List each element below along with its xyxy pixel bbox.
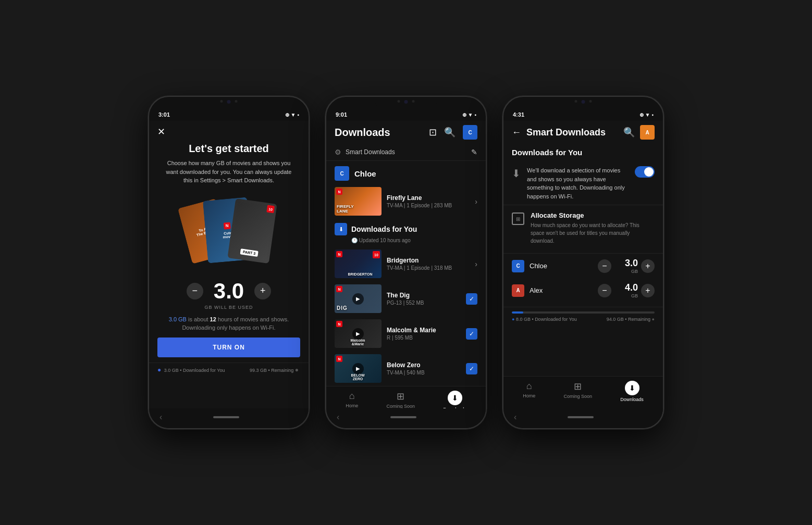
time-1: 3:01 bbox=[158, 111, 170, 118]
thumbnail-marie: N ▶ Malcolm&Marie bbox=[335, 319, 382, 348]
title-dig: The Dig bbox=[387, 292, 461, 299]
nav-home-label-2: Home bbox=[346, 403, 358, 408]
storage-remaining: 99.3 GB • Remaining ● bbox=[250, 366, 300, 373]
cast-icon[interactable]: ⊡ bbox=[429, 127, 437, 138]
wifi-icon-3: ▼ bbox=[645, 112, 650, 118]
close-button[interactable]: ✕ bbox=[157, 126, 165, 138]
gb-label-alex: GB bbox=[614, 293, 638, 298]
action-zero[interactable]: ✓ bbox=[466, 363, 477, 374]
nav-coming-3[interactable]: ⊞ Coming Soon bbox=[563, 381, 592, 402]
increase-button[interactable]: + bbox=[254, 283, 271, 299]
value-chloe: 3.0 GB bbox=[614, 258, 638, 274]
downloads-icon-3: ⬇ bbox=[625, 381, 639, 395]
phone-bottom-3: ‹ bbox=[503, 408, 663, 428]
search-icon[interactable]: 🔍 bbox=[444, 127, 456, 138]
profile-row: C Chloe bbox=[335, 166, 477, 181]
edit-icon[interactable]: ✎ bbox=[471, 148, 477, 156]
download-item-firefly[interactable]: N FIREFLYLANE Firefly Lane TV-MA | 1 Epi… bbox=[326, 184, 486, 219]
netflix-badge-dig: N bbox=[336, 286, 342, 292]
status-icons-1: ⊕ ▼ ▪ bbox=[285, 112, 299, 118]
time-3: 4:31 bbox=[513, 111, 524, 118]
download-feature-icon: ⬇ bbox=[512, 167, 521, 180]
download-item-dig[interactable]: N ▶ DIG The Dig PG-13 | 552 MB ✓ bbox=[326, 281, 486, 316]
meta-marie: R | 595 MB bbox=[387, 335, 461, 341]
home-icon-3: ⌂ bbox=[526, 381, 532, 392]
action-dig[interactable]: ✓ bbox=[466, 293, 477, 305]
profile-section: C Chloe bbox=[326, 161, 486, 184]
gb-label-chloe: GB bbox=[614, 269, 638, 274]
storage-text: ● 8.0 GB • Downloaded for You 94.0 GB • … bbox=[512, 317, 655, 322]
back-arrow-1[interactable]: ‹ bbox=[159, 413, 162, 422]
title-bridgerton: Bridgerton bbox=[387, 257, 470, 264]
meta-bridgerton: TV-MA | 1 Episode | 318 MB bbox=[387, 265, 470, 271]
nav-downloads-2[interactable]: ⬇ Downloads bbox=[443, 391, 466, 408]
storage-bar: ● 3.0 GB • Downloaded for You 99.3 GB • … bbox=[149, 362, 309, 377]
download-item-bridgerton[interactable]: N 10 BRIDGERTON Bridgerton TV-MA | 1 Epi… bbox=[326, 246, 486, 281]
storage-downloaded: ● 3.0 GB • Downloaded for You bbox=[157, 366, 225, 373]
action-marie[interactable]: ✓ bbox=[466, 328, 477, 340]
num-badge-bridgerton: 10 bbox=[373, 251, 380, 258]
home-indicator-3[interactable] bbox=[568, 416, 594, 418]
back-arrow-3[interactable]: ‹ bbox=[514, 413, 516, 422]
play-overlay-marie: ▶ bbox=[352, 328, 364, 340]
gray-dot: ● bbox=[295, 366, 299, 373]
phone-1-dots bbox=[220, 100, 238, 104]
toggle-switch[interactable] bbox=[635, 166, 655, 178]
smart-downloads-label: Smart Downloads bbox=[346, 148, 395, 156]
smart-downloads-row[interactable]: ⚙ Smart Downloads ✎ bbox=[326, 144, 486, 161]
gear-icon: ⚙ bbox=[335, 148, 341, 156]
phone-bottom-2: ‹ bbox=[326, 408, 486, 428]
check-marie: ✓ bbox=[466, 328, 477, 340]
back-button[interactable]: ← bbox=[512, 127, 521, 138]
p1-header: ✕ bbox=[149, 121, 309, 140]
title-firefly: Firefly Lane bbox=[387, 194, 470, 202]
nav-home-3[interactable]: ⌂ Home bbox=[523, 381, 535, 402]
allocate-section: ⊞ Allocate Storage How much space do you… bbox=[503, 207, 663, 303]
thumbnail-dig: N ▶ DIG bbox=[335, 284, 382, 313]
home-indicator-1[interactable] bbox=[213, 416, 239, 418]
dot-5 bbox=[575, 100, 577, 103]
bottom-nav-2: ⌂ Home ⊞ Coming Soon ⬇ Downloads bbox=[326, 386, 486, 408]
wifi-icon-2: ▼ bbox=[468, 112, 473, 118]
netflix-badge-marie: N bbox=[336, 321, 342, 327]
battery-icon-2: ▪ bbox=[474, 112, 476, 118]
search-icon-3[interactable]: 🔍 bbox=[623, 127, 635, 138]
phone-1: 3:01 ⊕ ▼ ▪ ✕ Let's get started Choose ho… bbox=[148, 96, 310, 429]
nav-coming-label-2: Coming Soon bbox=[386, 404, 415, 408]
controls-alex: − 4.0 GB + bbox=[598, 282, 655, 298]
nav-downloads-3[interactable]: ⬇ Downloads bbox=[620, 381, 644, 402]
counter-value: 3.0 bbox=[214, 279, 244, 304]
profile-button[interactable]: C bbox=[463, 125, 477, 140]
gb-amount: 3.0 GB bbox=[169, 316, 187, 322]
increase-alex[interactable]: + bbox=[641, 284, 655, 297]
title-marie: Malcolm & Marie bbox=[387, 327, 461, 334]
dot-3 bbox=[398, 100, 400, 103]
turn-on-button[interactable]: TURN ON bbox=[157, 338, 300, 357]
downloads-icon-2: ⬇ bbox=[448, 391, 462, 405]
camera-dot-3 bbox=[582, 100, 585, 104]
download-item-zero[interactable]: N ▶ BELOWZERO Below Zero TV-MA | 540 MB … bbox=[326, 351, 486, 386]
nav-home-2[interactable]: ⌂ Home bbox=[346, 391, 358, 408]
back-arrow-2[interactable]: ‹ bbox=[337, 413, 339, 422]
increase-chloe[interactable]: + bbox=[641, 259, 655, 273]
allocate-header-row: ⊞ Allocate Storage How much space do you… bbox=[503, 207, 663, 249]
movie-card-3: 10 PART 3 bbox=[227, 198, 277, 264]
decrease-chloe[interactable]: − bbox=[598, 259, 611, 273]
info-dig: The Dig PG-13 | 552 MB bbox=[387, 292, 461, 306]
counter-area: − 3.0 + bbox=[149, 279, 309, 304]
home-icon-2: ⌂ bbox=[349, 391, 355, 402]
phone-3-dots bbox=[575, 100, 592, 104]
profile-button-3[interactable]: A bbox=[640, 125, 655, 140]
phone-bottom-1: ‹ bbox=[149, 408, 309, 428]
decrease-alex[interactable]: − bbox=[598, 284, 611, 297]
p2-header: Downloads ⊡ 🔍 C bbox=[326, 121, 486, 144]
home-indicator-2[interactable] bbox=[390, 416, 416, 418]
hours-amount: 12 bbox=[210, 316, 216, 322]
download-item-marie[interactable]: N ▶ Malcolm&Marie Malcolm & Marie R | 59… bbox=[326, 316, 486, 351]
p3-section-title: Downloads for You bbox=[503, 144, 663, 162]
allocate-title: Allocate Storage bbox=[531, 211, 655, 221]
decrease-button[interactable]: − bbox=[187, 283, 203, 299]
nav-coming-2[interactable]: ⊞ Coming Soon bbox=[386, 391, 415, 408]
name-alex: Alex bbox=[530, 286, 593, 294]
counter-label: GB WILL BE USED bbox=[149, 305, 309, 310]
